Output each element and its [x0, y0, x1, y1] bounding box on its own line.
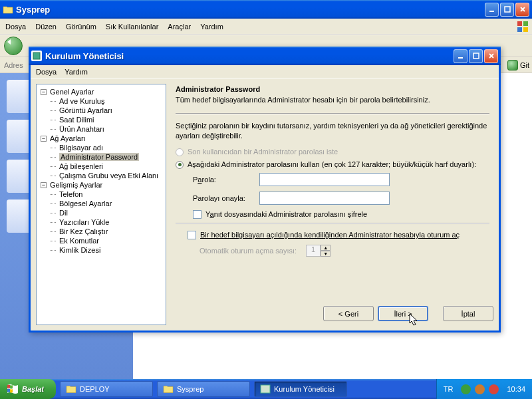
cancel-button[interactable]: İptal	[443, 306, 493, 321]
radio-icon	[176, 148, 184, 156]
dialog-menu-help[interactable]: Yardım	[65, 68, 88, 76]
tree-network[interactable]: −Ağ Ayarları	[38, 134, 164, 143]
maximize-button[interactable]	[500, 3, 514, 17]
menu-tools[interactable]: Araçlar	[168, 23, 191, 31]
tree-net-components[interactable]: Ağ bileşenleri	[38, 162, 164, 171]
svg-rect-6	[33, 53, 40, 59]
app-icon	[260, 384, 271, 394]
spinner-down-icon: ▼	[321, 251, 331, 257]
encrypt-label: Yanıt dosyasındaki Administrator parolas…	[205, 210, 367, 218]
folder-icon	[3, 5, 13, 14]
dialog-minimize-button[interactable]	[454, 49, 467, 63]
svg-rect-0	[489, 11, 494, 12]
pane-description: Tüm hedef bilgisayarlarında Administrato…	[176, 96, 489, 104]
explorer-menubar: Dosya Düzen Görünüm Sık Kullanılanlar Ar…	[0, 19, 532, 35]
dialog-maximize-button[interactable]	[469, 49, 483, 63]
svg-rect-8	[473, 53, 479, 59]
address-label: Adres	[4, 61, 23, 69]
info-text: Seçtiğiniz parolanın bir kaydını tutarsa…	[176, 121, 489, 141]
tree-advanced[interactable]: −Gelişmiş Ayarlar	[38, 180, 164, 190]
confirm-row: Parolayı onayla:	[176, 192, 489, 205]
back-button[interactable]: < Geri	[323, 306, 374, 321]
tree-computer-name[interactable]: Bilgisayar adı	[38, 143, 164, 152]
folder-icon	[163, 384, 174, 394]
svg-rect-1	[505, 7, 510, 12]
dialog-title: Kurulum Yöneticisi	[45, 51, 454, 61]
menu-favorites[interactable]: Sık Kullanılanlar	[106, 23, 159, 31]
menu-view[interactable]: Görünüm	[66, 23, 96, 31]
collapse-icon[interactable]: −	[41, 182, 47, 188]
password-input[interactable]	[259, 173, 390, 186]
radio-icon[interactable]	[176, 161, 184, 169]
spinner-value: 1	[306, 245, 321, 257]
password-label: Parola:	[193, 176, 259, 184]
system-tray[interactable]: TR 10:34	[436, 379, 532, 399]
autologon-count-label: Otomatik oturum açma sayısı:	[200, 247, 297, 255]
setup-manager-dialog: Kurulum Yöneticisi Dosya Yardım −Genel A…	[29, 47, 501, 332]
tree-telephony[interactable]: Telefon	[38, 190, 164, 199]
dialog-menubar: Dosya Yardım	[31, 65, 499, 78]
clock[interactable]: 10:34	[507, 385, 525, 393]
taskbar: Başlat DEPLOY Sysprep Kurulum Yöneticisi…	[0, 379, 532, 399]
tree-product-key[interactable]: Ürün Anahtarı	[38, 124, 164, 134]
dialog-app-icon	[31, 51, 42, 61]
confirm-label: Parolayı onayla:	[193, 194, 259, 202]
task-deploy[interactable]: DEPLOY	[60, 381, 153, 397]
tree-additional[interactable]: Ek Komutlar	[38, 236, 164, 245]
svg-rect-5	[523, 27, 528, 32]
tree-workgroup[interactable]: Çalışma Grubu veya Etki Alanı	[38, 171, 164, 180]
svg-rect-4	[517, 27, 522, 32]
tray-icon[interactable]	[475, 384, 485, 394]
tree-timezone[interactable]: Saat Dilimi	[38, 115, 164, 124]
task-setup-manager[interactable]: Kurulum Yöneticisi	[254, 381, 347, 397]
divider	[176, 223, 489, 224]
tree-languages[interactable]: Dil	[38, 208, 164, 217]
menu-help[interactable]: Yardım	[200, 23, 223, 31]
svg-rect-3	[523, 21, 528, 26]
radio-use-password[interactable]: Aşağıdaki Administrator parolasını kulla…	[176, 160, 489, 169]
dialog-close-button[interactable]	[484, 49, 498, 63]
tree-name-org[interactable]: Ad ve Kuruluş	[38, 96, 164, 106]
confirm-password-input[interactable]	[259, 192, 390, 205]
wizard-buttons: < Geri İleri > İptal	[323, 306, 493, 321]
tray-icon[interactable]	[461, 384, 471, 394]
checkbox-icon[interactable]	[193, 210, 201, 219]
settings-tree[interactable]: −Genel Ayarlar Ad ve Kuruluş Görüntü Aya…	[36, 84, 166, 325]
svg-rect-2	[517, 21, 522, 26]
explorer-titlebar[interactable]: Sysprep	[0, 0, 532, 19]
menu-edit[interactable]: Düzen	[35, 23, 57, 31]
tree-printers[interactable]: Yazıcıları Yükle	[38, 217, 164, 227]
explorer-title: Sysprep	[16, 5, 485, 15]
dialog-menu-file[interactable]: Dosya	[36, 68, 57, 76]
pane-heading: Administrator Password	[176, 85, 489, 93]
autologon-checkbox-row[interactable]: Bir hedef bilgisayarı açıldığında kendil…	[176, 231, 489, 239]
windows-flag-icon	[7, 384, 19, 394]
encrypt-checkbox-row[interactable]: Yanıt dosyasındaki Administrator parolas…	[176, 210, 489, 219]
tray-icon[interactable]	[489, 384, 499, 394]
tree-id-strings[interactable]: Kimlik Dizesi	[38, 245, 164, 255]
collapse-icon[interactable]: −	[41, 89, 47, 95]
menu-file[interactable]: Dosya	[5, 23, 26, 31]
tree-admin-password[interactable]: Administrator Password	[38, 152, 164, 162]
spinner-up-icon: ▲	[321, 245, 331, 251]
tree-run-once[interactable]: Bir Kez Çalıştır	[38, 227, 164, 236]
start-button[interactable]: Başlat	[0, 379, 56, 399]
svg-rect-9	[261, 385, 270, 393]
next-button[interactable]: İleri >	[378, 306, 428, 321]
language-indicator[interactable]: TR	[444, 385, 454, 393]
tree-general[interactable]: −Genel Ayarlar	[38, 87, 164, 96]
back-button[interactable]	[4, 37, 23, 55]
close-button[interactable]	[515, 3, 529, 17]
go-button[interactable]: Git	[507, 60, 529, 70]
tree-display[interactable]: Görüntü Ayarları	[38, 106, 164, 115]
svg-rect-7	[458, 57, 463, 59]
dialog-titlebar[interactable]: Kurulum Yöneticisi	[29, 47, 501, 65]
autologon-label: Bir hedef bilgisayarı açıldığında kendil…	[200, 231, 460, 239]
checkbox-icon[interactable]	[188, 231, 196, 239]
settings-pane: Administrator Password Tüm hedef bilgisa…	[172, 84, 493, 325]
collapse-icon[interactable]: −	[41, 136, 47, 142]
minimize-button[interactable]	[485, 3, 499, 17]
tree-regional[interactable]: Bölgesel Ayarlar	[38, 199, 164, 208]
task-sysprep[interactable]: Sysprep	[157, 381, 250, 397]
window-controls	[485, 3, 529, 17]
